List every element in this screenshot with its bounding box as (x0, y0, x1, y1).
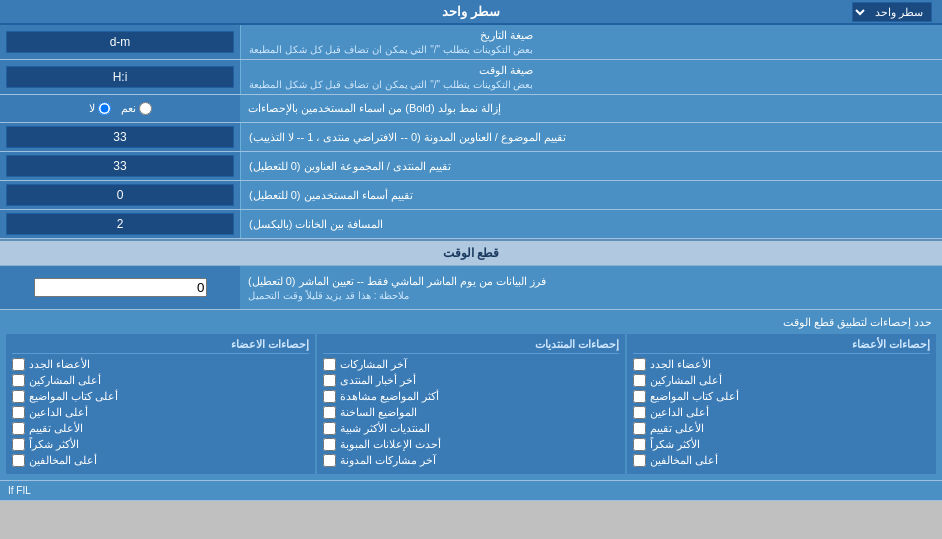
bold-remove-title: إزالة نمط بولد (Bold) من اسماء المستخدمي… (248, 102, 501, 115)
members-item-7-checkbox[interactable] (633, 454, 646, 467)
forums-item-3-label[interactable]: أكثر المواضيع مشاهدة (340, 390, 439, 403)
members-item-3-label[interactable]: أعلى كتاب المواضيع (650, 390, 739, 403)
mstats-item-3-checkbox[interactable] (12, 390, 25, 403)
mstats-item-1-checkbox[interactable] (12, 358, 25, 371)
members-stats-col-header: إحصاءات الاعضاء (12, 338, 309, 354)
forums-item-1-checkbox[interactable] (323, 358, 336, 371)
bottom-note: If FIL (0, 481, 942, 501)
forums-item-4-label[interactable]: المواضيع الساخنة (340, 406, 417, 419)
members-item-3-checkbox[interactable] (633, 390, 646, 403)
gap-input[interactable] (6, 213, 234, 235)
forums-item-3-checkbox[interactable] (323, 390, 336, 403)
members-item-6-label[interactable]: الأكثر شكراً (650, 438, 700, 451)
mstats-item-3-label[interactable]: أعلى كتاب المواضيع (29, 390, 118, 403)
mstats-item-6-checkbox[interactable] (12, 438, 25, 451)
forums-item-2-label[interactable]: أخر أخبار المنتدى (340, 374, 416, 387)
list-item: المواضيع الساخنة (323, 406, 620, 419)
members-item-2-checkbox[interactable] (633, 374, 646, 387)
list-item: الأعضاء الجدد (12, 358, 309, 371)
bold-remove-row: إزالة نمط بولد (Bold) من اسماء المستخدمي… (0, 95, 942, 123)
bold-no-radio[interactable] (98, 102, 111, 115)
list-item: أعلى المخالفين (12, 454, 309, 467)
bold-no-label[interactable]: لا (89, 102, 111, 115)
list-item: آخر المشاركات (323, 358, 620, 371)
members-item-4-checkbox[interactable] (633, 406, 646, 419)
mstats-item-6-label[interactable]: الأكثر شكراً (29, 438, 79, 451)
mstats-item-5-label[interactable]: الأعلى تقييم (29, 422, 83, 435)
cutoff-main-sublabel: ملاحظة : هذا قد يزيد قليلاً وقت التحميل (248, 290, 409, 301)
forums-item-1-label[interactable]: آخر المشاركات (340, 358, 407, 371)
header-dropdown[interactable]: سطر واحد سطرين ثلاثة أسطر (852, 2, 932, 22)
checkboxes-section: حدد إحصاءات لتطبيق قطع الوقت إحصاءات الأ… (0, 310, 942, 481)
list-item: أعلى الداعين (12, 406, 309, 419)
list-item: أعلى كتاب المواضيع (633, 390, 930, 403)
forums-item-5-label[interactable]: المنتديات الأكثر شبية (340, 422, 430, 435)
sort-forum-input[interactable] (6, 155, 234, 177)
sort-users-input[interactable] (6, 184, 234, 206)
gap-input-area (0, 210, 240, 238)
forums-item-5-checkbox[interactable] (323, 422, 336, 435)
list-item: الأعلى تقييم (12, 422, 309, 435)
mstats-item-4-checkbox[interactable] (12, 406, 25, 419)
bold-remove-label: إزالة نمط بولد (Bold) من اسماء المستخدمي… (240, 95, 942, 122)
mstats-item-1-label[interactable]: الأعضاء الجدد (29, 358, 90, 371)
mstats-item-2-label[interactable]: أعلى المشاركين (29, 374, 101, 387)
sort-users-input-area (0, 181, 240, 209)
members-item-4-label[interactable]: أعلى الداعين (650, 406, 709, 419)
cutoff-section-header: قطع الوقت (0, 239, 942, 266)
cutoff-main-input[interactable] (34, 278, 207, 297)
sort-users-row: تقييم أسماء المستخدمين (0 للتعطيل) (0, 181, 942, 210)
forums-item-6-label[interactable]: أحدث الإعلانات المبوبة (340, 438, 441, 451)
forums-col-header: إحصاءات المنتديات (323, 338, 620, 354)
forums-item-7-checkbox[interactable] (323, 454, 336, 467)
sort-title-input[interactable] (6, 126, 234, 148)
list-item: أعلى كتاب المواضيع (12, 390, 309, 403)
forums-item-6-checkbox[interactable] (323, 438, 336, 451)
date-format-label: صيغة التاريخ بعض التكوينات يتطلب "/" الت… (240, 25, 942, 59)
list-item: أعلى الداعين (633, 406, 930, 419)
main-container: سطر واحد سطر واحد سطرين ثلاثة أسطر صيغة … (0, 0, 942, 501)
sort-users-label: تقييم أسماء المستخدمين (0 للتعطيل) (240, 181, 942, 209)
date-format-input[interactable] (6, 31, 234, 53)
list-item: أعلى المخالفين (633, 454, 930, 467)
forums-col: إحصاءات المنتديات آخر المشاركات أخر أخبا… (317, 334, 626, 474)
time-format-input[interactable] (6, 66, 234, 88)
bold-yes-radio[interactable] (139, 102, 152, 115)
bold-yes-text: نعم (121, 102, 136, 115)
members-item-6-checkbox[interactable] (633, 438, 646, 451)
mstats-item-5-checkbox[interactable] (12, 422, 25, 435)
time-format-title: صيغة الوقت (479, 64, 533, 76)
forums-item-2-checkbox[interactable] (323, 374, 336, 387)
list-item: الأكثر شكراً (12, 438, 309, 451)
members-item-1-checkbox[interactable] (633, 358, 646, 371)
list-item: الأعضاء الجدد (633, 358, 930, 371)
checkboxes-grid: إحصاءات الأعضاء الأعضاء الجدد أعلى المشا… (6, 334, 936, 474)
mstats-item-2-checkbox[interactable] (12, 374, 25, 387)
checkboxes-title-text: حدد إحصاءات لتطبيق قطع الوقت (783, 316, 932, 328)
forums-item-7-label[interactable]: آخر مشاركات المدونة (340, 454, 436, 467)
sort-title-input-area (0, 123, 240, 151)
header-title: سطر واحد (442, 4, 500, 19)
mstats-item-4-label[interactable]: أعلى الداعين (29, 406, 88, 419)
members-item-2-label[interactable]: أعلى المشاركين (650, 374, 722, 387)
time-format-input-area (0, 60, 240, 94)
members-item-1-label[interactable]: الأعضاء الجدد (650, 358, 711, 371)
gap-label: المسافة بين الخانات (بالبكسل) (240, 210, 942, 238)
sort-forum-input-area (0, 152, 240, 180)
sort-title-label: تقييم الموضوع / العناوين المدونة (0 -- ا… (240, 123, 942, 151)
sort-users-text: تقييم أسماء المستخدمين (0 للتعطيل) (249, 189, 413, 202)
mstats-item-7-label[interactable]: أعلى المخالفين (29, 454, 97, 467)
members-item-7-label[interactable]: أعلى المخالفين (650, 454, 718, 467)
list-item: أخر أخبار المنتدى (323, 374, 620, 387)
time-format-row: صيغة الوقت بعض التكوينات يتطلب "/" التي … (0, 60, 942, 95)
time-format-sublabel: بعض التكوينات يتطلب "/" التي يمكن ان تضا… (249, 79, 533, 90)
header-row: سطر واحد سطر واحد سطرين ثلاثة أسطر (0, 0, 942, 25)
bold-yes-label[interactable]: نعم (121, 102, 152, 115)
members-item-5-checkbox[interactable] (633, 422, 646, 435)
date-format-input-area (0, 25, 240, 59)
mstats-item-7-checkbox[interactable] (12, 454, 25, 467)
members-item-5-label[interactable]: الأعلى تقييم (650, 422, 704, 435)
bottom-note-text: If FIL (8, 485, 31, 496)
cutoff-main-text: فرز البيانات من يوم الماشر الماشي فقط --… (248, 275, 546, 288)
forums-item-4-checkbox[interactable] (323, 406, 336, 419)
